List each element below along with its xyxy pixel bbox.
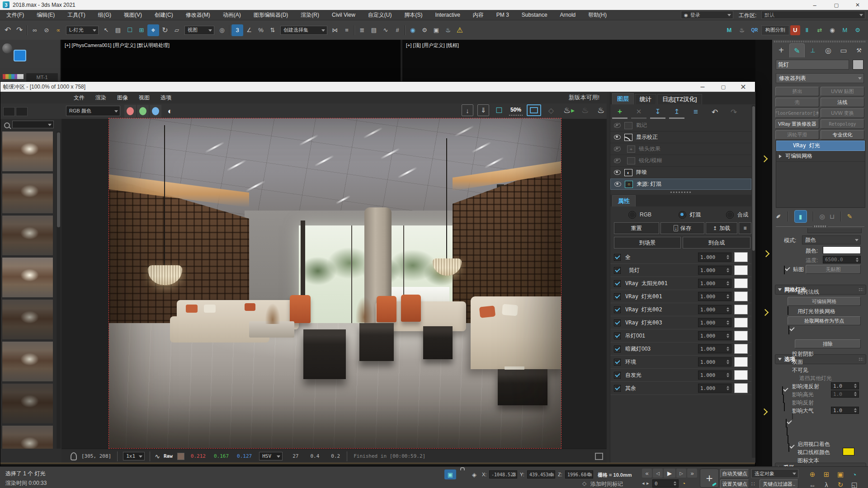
affect-atmospherics-checkbox[interactable] [788, 443, 789, 452]
history-thumbnail[interactable] [2, 342, 53, 381]
lightmix-color-swatch[interactable] [734, 252, 748, 262]
menu-content[interactable]: 内容 [467, 11, 490, 19]
previous-key-icon[interactable]: ◁ [653, 469, 663, 478]
maximize-button[interactable]: ▢ [826, 0, 846, 10]
spinner-snap-icon[interactable]: ⇅ [267, 24, 278, 36]
render-setup-icon[interactable]: ⚙ [419, 24, 430, 36]
exclude-button[interactable]: 排除 [795, 339, 861, 348]
reference-coord-dropdown[interactable]: 视图 [184, 26, 214, 35]
modify-tab-icon[interactable]: ✎ [789, 43, 805, 57]
menu-graph-editors[interactable]: 图形编辑器(D) [247, 11, 295, 19]
pin-stack-icon[interactable]: ✒ [774, 211, 783, 221]
lightmix-row[interactable]: VRay 灯光003 1.000 [610, 316, 751, 329]
menu-civil-view[interactable]: Civil View [326, 12, 362, 18]
modifier-button-uvw-map[interactable]: UVW 贴图 [821, 87, 864, 96]
next-frame-icon[interactable]: ▸ [646, 480, 649, 486]
wire-color-swatch[interactable] [843, 448, 854, 455]
schematic-view-icon[interactable]: # [392, 24, 403, 36]
layer-row-denoise[interactable]: ◐ 降噪 [610, 167, 751, 178]
region-render-icon[interactable]: ☐ [493, 104, 505, 116]
red-channel-button[interactable] [124, 105, 136, 117]
layer-row-display-correction[interactable]: 显示校正 [610, 131, 751, 143]
play-icon[interactable]: ▶ [664, 469, 675, 478]
lightmix-checkbox[interactable] [614, 385, 621, 392]
menu-views[interactable]: 视图(V) [118, 11, 148, 19]
go-to-start-icon[interactable]: « [642, 469, 652, 478]
pick-mesh-button[interactable]: 拾取网格作为节点 [788, 316, 861, 325]
vfb-menu-view[interactable]: 视图 [133, 94, 155, 102]
vfb-maximize-button[interactable]: ▢ [714, 82, 732, 92]
layer-row-lens-effects[interactable]: + 镜头效果 [610, 143, 751, 155]
align-icon[interactable]: ≡ [341, 24, 353, 36]
menu-tools[interactable]: 工具(T) [61, 11, 91, 19]
go-to-end-icon[interactable]: » [687, 469, 697, 478]
lightmix-checkbox[interactable] [614, 346, 621, 352]
layer-row-stamp[interactable]: 戳记 [610, 120, 751, 131]
snap-toggle-icon[interactable]: 3 [231, 24, 243, 36]
y-coordinate-field[interactable]: 439.453mm [527, 470, 555, 479]
start-render-icon[interactable]: ♨ [595, 104, 607, 116]
teapot-plugin-icon[interactable]: ♨ [736, 24, 748, 36]
history-scrollbar-thumb[interactable] [57, 132, 60, 227]
save-layers-icon[interactable]: ↧ [650, 106, 665, 119]
selection-set-dropdown[interactable]: 选定对象 [751, 469, 798, 478]
lightmix-color-swatch[interactable] [734, 357, 748, 367]
x-coordinate-field[interactable]: -1048.528 [489, 470, 517, 479]
top-viewport[interactable]: [+] [顶] [用户定义] [线框] [402, 40, 762, 81]
qr-plugin-icon[interactable]: QR [749, 24, 760, 36]
rollout-grip[interactable] [859, 357, 863, 361]
lightmix-row[interactable]: VRay 灯光002 1.000 [610, 303, 751, 316]
undo-icon[interactable]: ↶ [2, 24, 14, 36]
rollout-grip[interactable] [859, 288, 863, 291]
lightmix-color-swatch[interactable] [734, 331, 748, 341]
blue-channel-button[interactable] [150, 105, 161, 117]
menu-animation[interactable]: 动画(A) [217, 11, 247, 19]
lightmix-checkbox[interactable] [614, 254, 621, 261]
panel-scrollbar[interactable] [752, 105, 755, 458]
next-key-icon[interactable]: ▷ [676, 469, 686, 478]
make-unique-icon[interactable]: ◎ [820, 213, 825, 220]
stop-render-icon[interactable]: ♨ [579, 104, 591, 116]
modifier-button-shell[interactable]: 壳 [775, 98, 819, 107]
modifier-button-turbosmooth[interactable]: 涡轮平滑 [775, 130, 819, 140]
lightmix-row[interactable]: 暗藏灯003 1.000 [610, 343, 751, 356]
maximize-viewport-icon[interactable]: ◱ [849, 479, 860, 488]
lightmix-value[interactable]: 1.000 [698, 292, 731, 301]
layer-redo-icon[interactable]: ↷ [726, 106, 741, 118]
u-plugin-icon[interactable]: U [790, 25, 800, 35]
workspace-dropdown[interactable]: 默认 [761, 11, 865, 19]
save-all-channels-icon[interactable]: ⇓ [477, 104, 489, 116]
lightmix-value[interactable]: 1.000 [698, 384, 731, 393]
affect-diffuse-field[interactable]: 1.0 [831, 382, 859, 389]
lightmix-color-swatch[interactable] [734, 318, 748, 328]
lightmix-value[interactable]: 1.000 [698, 305, 731, 314]
vfb-channel-dropdown[interactable]: RGB 颜色 [66, 106, 120, 116]
modifier-button-uvw-xform[interactable]: UVW 变换 [821, 108, 864, 118]
m-plugin-icon[interactable]: M [839, 24, 851, 36]
move-tool-icon[interactable]: ⌖ [147, 24, 159, 36]
mirror-icon[interactable]: ⋈ [329, 24, 341, 36]
show-end-result-icon[interactable]: ▮ [794, 210, 807, 223]
lightmix-value[interactable]: 1.000 [698, 371, 731, 380]
modifier-button-floorgenerator[interactable]: FloorGenerator[木 [775, 108, 819, 118]
orbit-icon[interactable]: ↻ [835, 479, 846, 488]
modifier-button-vray-displacement[interactable]: VRay 置换修改器 [775, 119, 819, 129]
lightmix-menu-button[interactable]: ≡ [739, 222, 751, 234]
rendered-image[interactable] [109, 118, 561, 448]
select-object-icon[interactable]: ↖ [100, 24, 112, 36]
affect-specular-field[interactable]: 1.0 [831, 390, 859, 398]
top-viewport-label[interactable]: [+] [顶] [用户定义] [线框] [406, 42, 459, 49]
tab-layers[interactable]: 图层 [612, 93, 634, 104]
rendered-frame-icon[interactable]: ▣ [430, 24, 442, 36]
lightmix-row[interactable]: VRay 太阳光001 1.000 [610, 277, 751, 290]
bars-plugin-icon[interactable]: ‖ [801, 24, 813, 36]
key-filter-helper-icon[interactable]: ∷ [751, 481, 755, 487]
display-correction-icon[interactable] [527, 104, 541, 116]
layer-visibility-icon[interactable] [614, 146, 621, 151]
save-button[interactable]: ↓保存 [660, 222, 705, 234]
composition-split-button[interactable]: 构图分割 [761, 25, 789, 35]
layer-row-source-lightmix[interactable]: ○ 来源: 灯混 [610, 178, 751, 190]
lightmix-color-swatch[interactable] [734, 291, 748, 301]
object-color-swatch[interactable] [853, 60, 863, 70]
vfb-minimize-button[interactable]: – [693, 82, 712, 92]
